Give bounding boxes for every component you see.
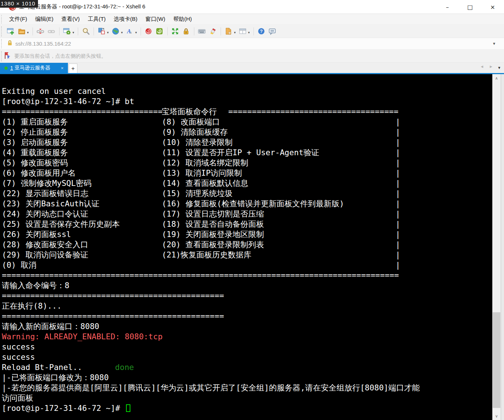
scrollbar-down-icon[interactable]: ∨ (492, 412, 501, 420)
terminal-text: (11) 设置是否开启IP + User-Agent验证 (162, 148, 319, 158)
terminal-text: (20) 查看面板登录限制列表 (162, 240, 264, 250)
terminal-line: |-已将面板端口修改为：8080 (2, 373, 504, 383)
terminal-text: (9) 清除面板缓存 (162, 127, 228, 137)
terminal-text: [root@ip-172-31-46-72 ~]# (2, 404, 125, 413)
chevron-down-icon[interactable]: ▾ (234, 31, 236, 34)
terminal-text: (25) 设置是否保存文件历史副本 (2, 219, 120, 229)
toolbar-separator (33, 27, 33, 35)
terminal-text: (17) 设置日志切割是否压缩 (162, 209, 264, 219)
terminal-line: (28) 修改面板安全入口(20) 查看面板登录限制列表| (2, 240, 504, 250)
terminal-line: (4) 重载面板服务(11) 设置是否开启IP + User-Agent验证| (2, 148, 504, 158)
feedback-icon[interactable] (268, 27, 277, 36)
terminal-scrollbar[interactable]: ∧ ∨ (492, 74, 501, 420)
terminal-text: (21)恢复面板历史数据库 (162, 250, 251, 260)
menu-tools[interactable]: 工具(T) (84, 14, 110, 24)
maximize-button[interactable]: □ (459, 0, 481, 14)
chevron-down-icon[interactable]: ▾ (248, 31, 250, 34)
lock-screen-icon[interactable] (182, 27, 191, 36)
help-icon[interactable]: ? (257, 27, 266, 36)
terminal-text: ========================================… (2, 312, 224, 321)
minimize-button[interactable]: – (436, 0, 459, 14)
open-session-icon[interactable] (17, 27, 26, 36)
menu-window[interactable]: 窗口(W) (141, 14, 169, 24)
terminal-line: (1) 重启面板服务(8) 改面板端口| (2, 117, 504, 127)
terminal-line: (6) 修改面板用户名(13) 取消IP访问限制| (2, 168, 504, 178)
session-properties-icon[interactable] (62, 27, 72, 36)
new-tab-button[interactable]: + (69, 64, 77, 73)
font-icon[interactable]: Aa (125, 27, 134, 36)
menu-help[interactable]: 帮助(H) (169, 14, 196, 24)
terminal-text: |-已将面板端口修改为：8080 (2, 373, 109, 382)
chevron-down-icon[interactable]: ▾ (107, 31, 109, 34)
tab-list-dropdown-icon[interactable]: ▼ (497, 66, 501, 70)
terminal-text: (22) 显示面板错误日志 (2, 189, 88, 198)
connected-status-dot (4, 66, 8, 70)
terminal-content: Exiting on user cancel[root@ip-172-31-46… (0, 74, 504, 413)
scrollbar-thumb[interactable] (493, 312, 500, 408)
add-session-flag-icon[interactable] (4, 52, 11, 61)
toolbar-grip (1, 15, 3, 23)
xftp-icon[interactable] (155, 27, 164, 36)
tab-scroll-right-icon[interactable]: ► (489, 64, 493, 69)
toolbar: ▾ ▾ ▾ ▾ Aa ▾ (0, 25, 504, 38)
virtual-keyboard-icon[interactable] (197, 27, 207, 36)
title-bar: 1380 × 1010 亚马逊云服务器 - root@ip-172-31-46-… (0, 0, 504, 14)
terminal-text: | (396, 240, 400, 250)
disconnect-icon[interactable] (36, 27, 45, 36)
terminal-line: Exiting on user cancel (2, 86, 504, 96)
toolbar-separator (167, 27, 168, 35)
terminal-line: (0) 取消| (2, 260, 504, 270)
window-title: 亚马逊云服务器 - root@ip-172-31-46-72:~ - Xshel… (19, 3, 145, 10)
chevron-down-icon[interactable]: ▾ (73, 31, 75, 34)
chevron-down-icon[interactable]: ▾ (121, 31, 123, 34)
tab-session-1[interactable]: 1 亚马逊云服务器 × (0, 63, 68, 73)
terminal-text: 正在执行(8)... (2, 301, 62, 310)
new-file-icon[interactable] (224, 27, 233, 36)
terminal-text: [root@ip-172-31-46-72 ~]# bt (2, 97, 134, 106)
new-session-icon[interactable] (6, 27, 15, 36)
terminal-text: (24) 关闭动态口令认证 (2, 209, 88, 218)
terminal-text: ========================================… (2, 291, 224, 300)
tile-windows-icon[interactable] (238, 27, 247, 36)
menu-view[interactable]: 查看(V) (57, 14, 84, 24)
terminal-text: 宝塔面板命令行 (162, 107, 217, 117)
terminal-text: (4) 重载面板服务 (2, 148, 68, 157)
xagent-icon[interactable] (144, 27, 153, 36)
menu-edit[interactable]: 编辑(E) (31, 14, 57, 24)
reconnect-icon[interactable] (47, 27, 56, 36)
highlight-pen-icon[interactable] (208, 27, 218, 36)
xshell-window: 1380 × 1010 亚马逊云服务器 - root@ip-172-31-46-… (0, 0, 504, 420)
compose-pane-icon[interactable] (97, 27, 106, 36)
tab-close-icon[interactable]: × (59, 65, 65, 71)
address-dropdown-icon[interactable]: ▼ (492, 42, 496, 46)
terminal-text: | (396, 260, 400, 270)
menu-tabs[interactable]: 选项卡(B) (110, 14, 141, 24)
close-button[interactable]: × (481, 0, 504, 14)
terminal-line: (2) 停止面板服务(9) 清除面板缓存| (2, 127, 504, 137)
terminal-text: (2) 停止面板服务 (2, 127, 68, 137)
tab-number: 1 (10, 65, 13, 71)
address-bar[interactable]: ssh://8.130.135.164:22 ▼ (0, 38, 504, 50)
find-icon[interactable] (81, 27, 91, 36)
terminal-text: | (396, 229, 400, 240)
toolbar-separator (78, 27, 78, 35)
session-info-bar: 要添加当前会话，点击左侧的箭头按钮。 (0, 50, 504, 63)
info-message: 要添加当前会话，点击左侧的箭头按钮。 (14, 53, 106, 60)
chevron-down-icon[interactable]: ▾ (135, 31, 137, 34)
svg-text:?: ? (260, 29, 263, 34)
scrollbar-up-icon[interactable]: ∧ (492, 74, 501, 82)
terminal-text: (19) 关闭面板登录地区限制 (162, 229, 264, 240)
terminal-line: 正在执行(8)... (2, 301, 504, 311)
chevron-down-icon[interactable]: ▾ (27, 31, 29, 34)
fullscreen-icon[interactable] (171, 27, 180, 36)
terminal-line: 请输入命令编号：8 (2, 280, 504, 291)
terminal-text: (23) 关闭BasicAuth认证 (2, 199, 99, 208)
tab-scroll-left-icon[interactable]: ◄ (480, 64, 484, 69)
ssl-lock-icon (7, 40, 12, 47)
web-browser-icon[interactable] (111, 27, 121, 36)
address-url[interactable]: ssh://8.130.135.164:22 (15, 41, 492, 47)
terminal-area[interactable]: Exiting on user cancel[root@ip-172-31-46… (0, 74, 504, 420)
menu-file[interactable]: 文件(F) (5, 14, 31, 24)
terminal-text: | (396, 178, 400, 188)
terminal-line: [root@ip-172-31-46-72 ~]# (2, 403, 504, 413)
